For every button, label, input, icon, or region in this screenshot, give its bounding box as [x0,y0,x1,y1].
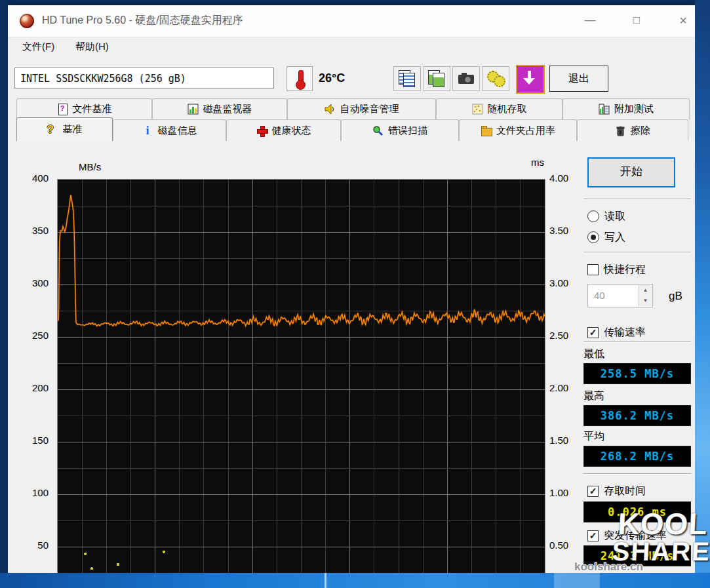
tab-extra-tests[interactable]: 附加测试 [562,98,690,119]
spinner-unit-label: gB [669,290,682,303]
desktop: HD Tune Pro 5.60 - 硬盘/固态硬盘实用程序 — □ × 文件(… [0,0,710,588]
settings-button[interactable] [482,66,509,91]
y2-axis-tick: 3.50 [549,225,578,236]
benchmark-chart [57,179,545,576]
menu-bar: 文件(F) 帮助(H) [8,37,695,57]
burst-rate-checkbox[interactable]: ✓ [587,530,599,541]
separator [583,252,691,252]
separator [583,199,691,199]
tab-disk-monitor[interactable]: 磁盘监视器 [152,98,287,119]
avg-value-display: 268.2 MB/s [583,446,691,467]
avg-label: 平均 [583,430,604,444]
tab-erase[interactable]: 擦除 [577,119,688,141]
disk-monitor-icon [187,104,199,115]
short-stroke-size-spinner[interactable]: 40 ▲ ▼ [587,284,653,307]
maximize-button[interactable]: □ [627,12,646,29]
access-time-checkbox[interactable]: ✓ [587,486,599,497]
speaker-icon [325,104,336,115]
spinner-up-button[interactable]: ▲ [639,285,652,296]
scatter-dots-icon [472,104,483,115]
tab-file-benchmark[interactable]: ? 文件基准 [16,98,152,119]
access-time-row[interactable]: ✓ 存取时间 [587,484,646,498]
read-radio-row[interactable]: 读取 [587,210,625,223]
write-radio[interactable] [587,231,599,243]
write-radio-row[interactable]: 写入 [587,231,625,244]
y2-axis-tick: 2.00 [549,382,578,393]
separator [583,473,691,474]
tab-disk-info[interactable]: i 磁盘信息 [113,119,226,141]
y-axis-tick: 150 [17,435,49,446]
desktop-edge-right [695,0,710,573]
y-axis-tick: 350 [17,225,49,236]
spinner-value: 40 [594,290,605,301]
min-label: 最低 [583,347,604,361]
tab-health[interactable]: 健康状态 [226,119,341,141]
y-axis-tick: 200 [17,382,49,393]
max-label: 最高 [583,389,604,403]
menu-file[interactable]: 文件(F) [22,41,54,53]
taskbar[interactable] [0,573,710,588]
title-bar: HD Tune Pro 5.60 - 硬盘/固态硬盘实用程序 — □ × [8,5,695,37]
min-value-display: 258.5 MB/s [583,363,691,384]
temperature-value: 26°C [319,71,345,85]
start-button[interactable]: 开始 [587,157,675,187]
health-cross-icon [256,125,267,136]
short-stroke-checkbox[interactable] [587,264,599,275]
exit-button[interactable]: 退出 [549,66,608,92]
read-radio[interactable] [587,210,599,222]
tab-row-secondary: ? 文件基准 磁盘监视器 自动噪音管理 随机存取 [16,98,690,119]
write-label: 写入 [604,231,625,245]
minimize-button[interactable]: — [580,12,600,29]
tab-aam[interactable]: 自动噪音管理 [287,98,436,119]
tab-folder-usage[interactable]: 文件夹占用率 [459,119,577,141]
extra-tests-icon [599,104,610,115]
y2-axis-tick: 1.00 [549,487,578,498]
y2-axis-tick: 1.50 [549,435,578,446]
y2-axis-tick: 2.50 [549,330,578,341]
y2-axis-tick: 3.00 [549,277,578,288]
close-button[interactable]: × [673,12,693,29]
file-benchmark-icon: ? [57,104,68,115]
screenshot-button[interactable] [452,66,480,91]
y-axis-tick: 100 [17,487,49,498]
temperature-button[interactable] [286,66,313,91]
desktop-edge-left [0,0,8,573]
toolbar: INTEL SSDSCKKW256G8 (256 gB) 26°C [8,57,695,98]
y-axis-tick: 400 [17,172,49,184]
read-label: 读取 [604,210,625,224]
separator [583,341,691,342]
transfer-rate-row[interactable]: ✓ 传输速率 [587,326,646,339]
desktop-edge-top [0,0,710,5]
watermark-logo: KOOL SHARE [608,510,710,564]
benchmark-icon: ? [47,124,58,135]
info-icon: i [142,125,153,136]
folder-icon [481,125,492,136]
copy-text-button[interactable] [393,66,421,91]
app-window: HD Tune Pro 5.60 - 硬盘/固态硬盘实用程序 — □ × 文件(… [8,5,695,573]
tab-error-scan[interactable]: 错误扫描 [341,119,459,141]
tab-random-access[interactable]: 随机存取 [436,98,562,119]
save-results-button[interactable] [516,65,545,94]
y2-axis-tick: 4.00 [549,172,578,184]
y2-axis-tick: 0.50 [549,539,578,551]
y-axis-tick: 250 [17,330,49,341]
menu-help[interactable]: 帮助(H) [75,41,109,53]
tab-benchmark-active[interactable]: ? 基准 [16,117,113,141]
spinner-down-button[interactable]: ▼ [639,296,652,306]
max-value-display: 386.2 MB/s [583,405,691,426]
access-time-label: 存取时间 [604,484,646,498]
magnifier-icon [372,125,384,136]
y2-axis-unit-label: ms [531,157,544,168]
copy-image-button[interactable] [423,66,450,91]
transfer-rate-label: 传输速率 [604,326,646,340]
short-stroke-row[interactable]: 快捷行程 [587,263,646,276]
y-axis-tick: 50 [17,539,49,551]
drive-select-dropdown[interactable]: INTEL SSDSCKKW256G8 (256 gB) [14,68,274,88]
window-title: HD Tune Pro 5.60 - 硬盘/固态硬盘实用程序 [42,14,243,28]
transfer-rate-checkbox[interactable]: ✓ [587,327,599,338]
y-axis-tick: 300 [17,277,49,288]
trash-icon [615,125,626,136]
short-stroke-label: 快捷行程 [604,263,646,277]
y-axis-unit-label: MB/s [79,161,101,172]
app-logo-icon [20,14,34,28]
